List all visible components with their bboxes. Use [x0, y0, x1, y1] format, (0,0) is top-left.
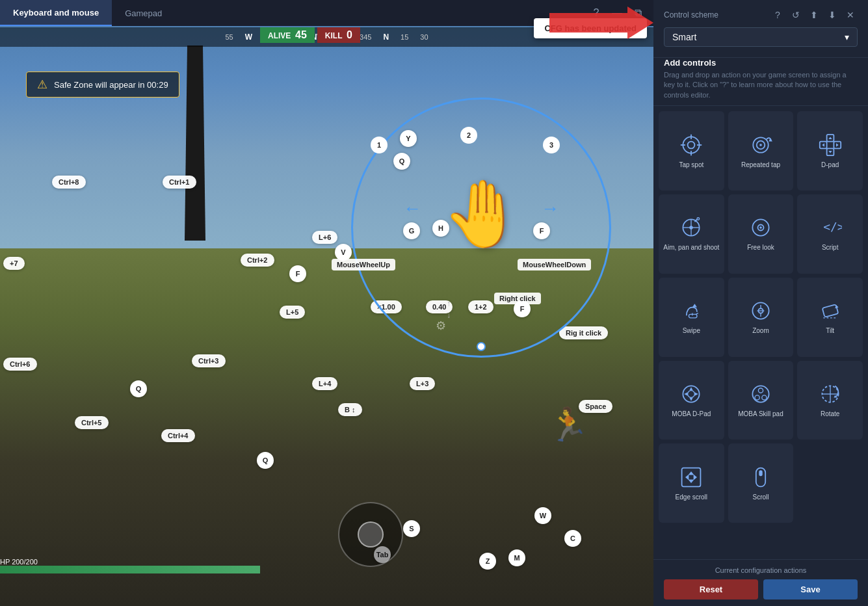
dpad-icon	[819, 133, 842, 157]
add-controls-desc: Drag and drop an action on your game scr…	[664, 70, 858, 100]
svg-marker-41	[690, 397, 693, 401]
dpad-label: D-pad	[821, 161, 839, 169]
svg-marker-53	[689, 471, 694, 475]
control-tilt[interactable]: Tilt	[797, 278, 863, 357]
control-script[interactable]: </> Script	[797, 194, 863, 274]
key-ctrl5[interactable]: Ctrl+5	[75, 416, 109, 429]
svg-point-23	[697, 218, 700, 220]
import-panel-icon[interactable]: ⬆	[807, 8, 821, 22]
svg-point-39	[688, 391, 695, 398]
add-controls-section: Add controls Drag and drop an action on …	[653, 58, 868, 106]
smart-dropdown-value: Smart	[672, 32, 696, 42]
right-panel: Control scheme ? ↺ ⬆ ⬇ ✕ Smart ▾ Add con…	[653, 0, 868, 606]
kill-label: KILL	[325, 31, 342, 40]
key-l4[interactable]: L+4	[312, 377, 337, 390]
svg-marker-0	[549, 7, 653, 39]
key-G-ring[interactable]: G	[403, 222, 420, 239]
control-free-look[interactable]: Free look	[728, 194, 794, 274]
key-1plus7[interactable]: +7	[3, 257, 25, 270]
control-tap-spot[interactable]: Tap spot	[659, 111, 724, 191]
refresh-panel-icon[interactable]: ↺	[789, 8, 803, 22]
compass-55: 55	[225, 33, 233, 41]
minimize-panel-icon[interactable]: ✕	[843, 8, 858, 22]
control-moba-skill[interactable]: MOBA Skill pad	[728, 361, 794, 440]
key-Q-mid[interactable]: Q	[130, 380, 147, 397]
compass-15: 15	[401, 33, 408, 41]
control-moba-dpad[interactable]: MOBA D-Pad	[659, 361, 724, 440]
export-panel-icon[interactable]: ⬇	[825, 8, 839, 22]
key-l6[interactable]: L+6	[312, 231, 337, 244]
control-repeated-tap[interactable]: Repeated tap	[728, 111, 794, 191]
save-button[interactable]: Save	[763, 579, 858, 599]
svg-marker-17	[822, 143, 824, 146]
svg-marker-43	[695, 392, 698, 395]
control-scroll[interactable]: Scroll	[728, 443, 794, 523]
circle-num-2[interactable]: 2	[460, 127, 477, 144]
running-figure-icon: 🏃	[548, 406, 588, 443]
control-swipe[interactable]: Swipe	[659, 278, 724, 357]
panel-icons: ? ↺ ⬆ ⬇ ✕	[770, 8, 858, 22]
key-ctrl4[interactable]: Ctrl+4	[161, 429, 195, 442]
svg-text:</>: </>	[823, 220, 842, 234]
key-M[interactable]: M	[508, 549, 525, 566]
key-ctrl8[interactable]: Ctrl+8	[52, 176, 86, 189]
rotate-icon	[819, 382, 842, 406]
circle-num-3[interactable]: 3	[543, 137, 560, 153]
help-panel-icon[interactable]: ?	[770, 8, 785, 22]
svg-marker-55	[685, 474, 689, 480]
svg-point-9	[759, 144, 762, 146]
scroll-label: Scroll	[752, 493, 769, 501]
aim-pan-icon	[679, 216, 703, 239]
free-look-label: Free look	[747, 243, 774, 252]
svg-point-47	[755, 395, 759, 400]
kill-status: KILL 0	[317, 27, 360, 43]
script-label: Script	[822, 243, 839, 252]
panel-title-row: Control scheme ? ↺ ⬆ ⬇ ✕	[664, 8, 858, 22]
svg-marker-42	[685, 392, 688, 395]
warning-banner: ⚠ Safe Zone will appear in 00:29	[26, 72, 179, 98]
svg-point-1	[683, 137, 700, 153]
reset-button[interactable]: Reset	[664, 579, 758, 599]
compass-345: 345	[360, 33, 371, 41]
swipe-label: Swipe	[683, 326, 700, 335]
panel-title: Control scheme	[664, 10, 718, 20]
key-F-ring[interactable]: F	[533, 222, 550, 239]
script-icon: </>	[819, 216, 842, 239]
key-Q-bot[interactable]: Q	[257, 452, 274, 469]
chevron-down-icon: ▾	[845, 32, 849, 42]
game-area: Keyboard and mouse Gamepad ? — ⧉ 55 W 28…	[0, 0, 653, 606]
smart-dropdown[interactable]: Smart ▾	[664, 27, 858, 47]
joystick-inner	[358, 521, 384, 547]
control-rotate[interactable]: Rotate	[797, 361, 863, 440]
key-ctrl3[interactable]: Ctrl+3	[192, 354, 226, 367]
circle-num-1[interactable]: 1	[371, 137, 388, 153]
free-look-icon	[749, 216, 772, 239]
control-dpad[interactable]: D-pad	[797, 111, 863, 191]
key-W[interactable]: W	[534, 507, 551, 524]
key-b[interactable]: B ↕	[338, 403, 362, 416]
moba-dpad-icon	[679, 382, 703, 406]
svg-point-45	[758, 388, 763, 393]
control-edge-scroll[interactable]: Edge scroll	[659, 443, 724, 523]
mouse-wheel-down-label: MouseWheelDown	[518, 259, 591, 270]
key-l5[interactable]: L+5	[280, 306, 305, 319]
key-ctrl1[interactable]: Ctrl+1	[163, 176, 196, 189]
tab-keyboard-mouse[interactable]: Keyboard and mouse	[0, 0, 112, 26]
key-ctrl2[interactable]: Ctrl+2	[241, 254, 274, 267]
key-S[interactable]: S	[403, 520, 420, 537]
key-l3[interactable]: L+3	[410, 377, 435, 390]
joystick[interactable]	[338, 502, 403, 567]
key-F-left[interactable]: F	[289, 265, 306, 282]
hp-fill	[0, 566, 260, 573]
key-Z[interactable]: Z	[479, 553, 496, 570]
moba-skill-icon	[749, 382, 772, 406]
control-zoom[interactable]: Zoom	[728, 278, 794, 357]
svg-marker-16	[828, 151, 832, 153]
hp-text: HP 200/200	[0, 558, 38, 566]
control-aim-pan[interactable]: Aim, pan and shoot	[659, 194, 724, 274]
tab-gamepad[interactable]: Gamepad	[112, 0, 175, 26]
key-ctrl6[interactable]: Ctrl+6	[3, 358, 37, 371]
svg-point-26	[759, 227, 762, 230]
add-controls-title: Add controls	[664, 58, 858, 68]
key-C[interactable]: C	[564, 530, 581, 547]
